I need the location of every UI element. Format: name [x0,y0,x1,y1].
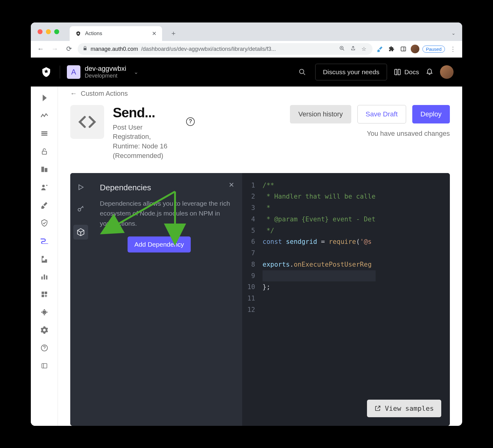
page-title: Send... [113,105,177,120]
sidebar-actions-icon[interactable] [40,236,49,245]
tenant-switcher[interactable]: A dev-aggvwbxi Development ⌄ [67,65,138,79]
tenant-env: Development [85,73,126,79]
save-draft-button[interactable]: Save Draft [357,105,406,123]
svg-rect-8 [42,151,47,154]
sidebar-monitoring-icon[interactable] [40,272,49,281]
deploy-button[interactable]: Deploy [412,105,450,123]
svg-rect-22 [46,311,47,313]
svg-point-27 [78,208,81,211]
share-icon[interactable] [349,46,357,53]
sidebar-pipes-icon[interactable] [40,254,49,263]
sidebar-organizations-icon[interactable] [40,165,49,174]
add-dependency-button[interactable]: Add Dependency [128,236,191,252]
test-run-icon[interactable] [75,182,86,193]
help-icon[interactable]: ? [186,117,195,126]
browser-window: Actions ✕ ＋ ⌄ ← → ⟳ manage.auth0.com/das… [31,22,462,426]
svg-marker-26 [79,185,83,190]
view-samples-label: View samples [385,405,434,412]
editor-area: ✕ Dependencies Dependencies allows you t… [70,173,450,426]
svg-rect-16 [45,292,47,294]
tab-title: Actions [85,30,148,37]
search-button[interactable] [296,66,308,78]
view-samples-button[interactable]: View samples [367,400,441,417]
svg-rect-19 [43,309,45,310]
breadcrumb[interactable]: ← Custom Actions [70,90,450,98]
svg-rect-20 [43,314,45,315]
sidebar-marketplace-icon[interactable] [40,290,49,299]
tab-favicon-icon [75,30,81,37]
nav-back-button[interactable]: ← [35,43,46,54]
sidebar-getting-started-icon[interactable] [40,93,49,103]
tabs-overflow-icon[interactable]: ⌄ [451,30,455,36]
sidebar-security-icon[interactable] [40,218,49,228]
browser-tab[interactable]: Actions ✕ [70,26,162,41]
svg-rect-14 [46,275,47,279]
code-editor[interactable]: 123456789101112 /** * Handler that will … [242,173,450,426]
zoom-icon[interactable] [338,46,346,53]
auth0-logo-icon[interactable] [39,65,53,79]
sidebar-collapse-icon[interactable] [40,361,49,370]
panel-close-icon[interactable]: ✕ [229,181,234,189]
window-close[interactable] [38,29,43,34]
tab-close-icon[interactable]: ✕ [152,30,157,37]
sidebar-activity-icon[interactable] [40,111,49,120]
breadcrumb-label: Custom Actions [81,90,128,98]
window-maximize[interactable] [54,29,59,34]
svg-rect-9 [41,167,44,172]
sidebar-extensions-icon[interactable] [40,308,49,317]
dependencies-box-icon[interactable] [73,225,88,240]
dependencies-description: Dependencies allows you to leverage the … [100,199,234,229]
secrets-key-icon[interactable] [75,203,86,214]
docs-link[interactable]: Docs [394,68,419,76]
chevron-down-icon: ⌄ [134,69,138,75]
svg-line-1 [343,49,344,50]
nav-forward-button[interactable]: → [49,43,60,54]
svg-rect-17 [42,295,44,297]
notifications-icon[interactable] [426,67,433,77]
svg-rect-12 [41,276,43,280]
discuss-button[interactable]: Discuss your needs [315,64,387,80]
lock-icon [83,46,88,52]
window-minimize[interactable] [46,29,51,34]
sidebar-branding-icon[interactable] [40,200,49,210]
title-column: Send... Post User Registration, Runtime:… [113,105,177,161]
sidebar-authentication-icon[interactable] [40,147,49,156]
unsaved-changes-text: You have unsaved changes [367,130,450,138]
app-header: A dev-aggvwbxi Development ⌄ Discuss you… [31,58,462,87]
new-tab-button[interactable]: ＋ [170,29,177,38]
svg-rect-18 [43,310,46,314]
sidebar-help-icon[interactable] [40,343,49,353]
browser-menu-icon[interactable]: ⋮ [448,45,458,53]
extensions-puzzle-icon[interactable] [387,45,396,53]
sync-paused-pill[interactable]: Paused [422,46,445,53]
version-history-button[interactable]: Version history [290,105,351,123]
sidebar-users-icon[interactable] [40,183,49,192]
extension-highlighter-icon[interactable] [376,45,384,53]
bookmark-star-icon[interactable]: ☆ [360,46,368,52]
address-bar[interactable]: manage.auth0.com/dashboard/us/dev-aggvwb… [78,43,373,55]
book-icon [394,68,401,76]
side-panel-icon[interactable] [399,45,408,53]
app-body: ← Custom Actions Send... Post User Regis… [31,87,462,426]
docs-label: Docs [404,68,419,76]
svg-point-11 [42,185,45,187]
svg-rect-4 [401,47,406,51]
tenant-info: dev-aggvwbxi Development [85,65,126,79]
tenant-name: dev-aggvwbxi [85,65,126,73]
svg-rect-13 [43,274,45,279]
user-avatar[interactable] [440,65,454,79]
svg-line-7 [304,73,305,75]
back-arrow-icon: ← [70,90,77,98]
nav-reload-button[interactable]: ⟳ [63,43,75,54]
action-code-icon [70,105,104,139]
svg-rect-24 [42,363,47,368]
url-path: /dashboard/us/dev-aggvwbxi/actions/libra… [141,46,276,52]
main-content: ← Custom Actions Send... Post User Regis… [58,87,462,426]
sidebar-settings-icon[interactable] [40,325,49,335]
profile-avatar[interactable] [411,45,419,53]
sidebar-applications-icon[interactable] [40,129,49,138]
external-link-icon [374,405,381,412]
svg-rect-15 [42,292,44,294]
browser-titlebar: Actions ✕ ＋ ⌄ [31,22,462,41]
editor-toolbar [70,173,91,426]
